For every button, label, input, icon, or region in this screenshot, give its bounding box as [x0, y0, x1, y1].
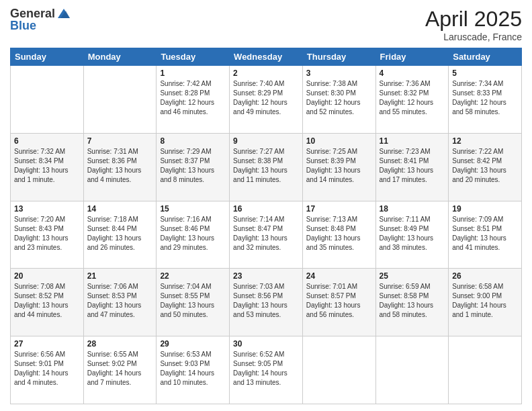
calendar-day-cell: 26Sunrise: 6:58 AM Sunset: 9:00 PM Dayli…	[449, 269, 522, 336]
calendar-header-row: Sunday Monday Tuesday Wednesday Thursday…	[11, 48, 522, 66]
day-number: 18	[380, 204, 445, 214]
calendar-day-cell: 28Sunrise: 6:55 AM Sunset: 9:02 PM Dayli…	[83, 336, 157, 404]
calendar-day-cell: 9Sunrise: 7:27 AM Sunset: 8:38 PM Daylig…	[230, 133, 303, 201]
calendar-day-cell: 25Sunrise: 6:59 AM Sunset: 8:58 PM Dayli…	[375, 269, 449, 336]
calendar-day-cell: 15Sunrise: 7:16 AM Sunset: 8:46 PM Dayli…	[157, 201, 230, 269]
calendar-day-cell: 11Sunrise: 7:23 AM Sunset: 8:41 PM Dayli…	[375, 133, 449, 201]
day-info: Sunrise: 7:13 AM Sunset: 8:48 PM Dayligh…	[306, 215, 372, 253]
day-info: Sunrise: 6:58 AM Sunset: 9:00 PM Dayligh…	[452, 282, 518, 320]
calendar-week-row: 27Sunrise: 6:56 AM Sunset: 9:01 PM Dayli…	[11, 336, 522, 404]
calendar-day-cell: 13Sunrise: 7:20 AM Sunset: 8:43 PM Dayli…	[11, 201, 84, 269]
day-info: Sunrise: 7:22 AM Sunset: 8:42 PM Dayligh…	[452, 147, 518, 185]
day-number: 6	[14, 136, 80, 146]
day-info: Sunrise: 6:52 AM Sunset: 9:05 PM Dayligh…	[233, 350, 299, 387]
calendar-day-cell: 7Sunrise: 7:31 AM Sunset: 8:36 PM Daylig…	[83, 133, 157, 201]
calendar-day-cell: 30Sunrise: 6:52 AM Sunset: 9:05 PM Dayli…	[230, 336, 303, 404]
logo: General Blue	[10, 7, 71, 33]
calendar-table: Sunday Monday Tuesday Wednesday Thursday…	[10, 48, 522, 404]
day-number: 13	[14, 204, 80, 214]
calendar-week-row: 6Sunrise: 7:32 AM Sunset: 8:34 PM Daylig…	[11, 133, 522, 201]
calendar-day-cell: 29Sunrise: 6:53 AM Sunset: 9:03 PM Dayli…	[157, 336, 230, 404]
day-number: 27	[14, 339, 80, 349]
calendar-day-cell: 5Sunrise: 7:34 AM Sunset: 8:33 PM Daylig…	[449, 66, 522, 134]
day-number: 12	[452, 136, 518, 146]
day-info: Sunrise: 7:38 AM Sunset: 8:30 PM Dayligh…	[306, 79, 372, 117]
page: General Blue April 2025 Laruscade, Franc…	[0, 0, 532, 411]
calendar-day-cell: 22Sunrise: 7:04 AM Sunset: 8:55 PM Dayli…	[157, 269, 230, 336]
col-sunday: Sunday	[11, 48, 84, 66]
calendar-day-cell: 10Sunrise: 7:25 AM Sunset: 8:39 PM Dayli…	[302, 133, 375, 201]
day-info: Sunrise: 7:32 AM Sunset: 8:34 PM Dayligh…	[14, 147, 80, 185]
col-tuesday: Tuesday	[157, 48, 230, 66]
day-number: 15	[160, 204, 226, 214]
day-info: Sunrise: 7:03 AM Sunset: 8:56 PM Dayligh…	[233, 282, 299, 320]
day-info: Sunrise: 7:23 AM Sunset: 8:41 PM Dayligh…	[380, 147, 445, 185]
calendar-day-cell: 12Sunrise: 7:22 AM Sunset: 8:42 PM Dayli…	[449, 133, 522, 201]
day-number: 23	[233, 271, 299, 281]
month-title: April 2025	[425, 7, 522, 32]
calendar-day-cell: 21Sunrise: 7:06 AM Sunset: 8:53 PM Dayli…	[83, 269, 157, 336]
location: Laruscade, France	[425, 32, 522, 42]
calendar-day-cell: 19Sunrise: 7:09 AM Sunset: 8:51 PM Dayli…	[449, 201, 522, 269]
day-info: Sunrise: 6:55 AM Sunset: 9:02 PM Dayligh…	[87, 350, 153, 387]
logo-blue-text: Blue	[10, 19, 71, 33]
calendar-day-cell: 2Sunrise: 7:40 AM Sunset: 8:29 PM Daylig…	[230, 66, 303, 134]
calendar-week-row: 13Sunrise: 7:20 AM Sunset: 8:43 PM Dayli…	[11, 201, 522, 269]
calendar-day-cell	[83, 66, 157, 134]
day-info: Sunrise: 7:11 AM Sunset: 8:49 PM Dayligh…	[380, 215, 445, 253]
day-info: Sunrise: 7:25 AM Sunset: 8:39 PM Dayligh…	[306, 147, 372, 185]
day-number: 1	[160, 68, 226, 78]
day-number: 24	[306, 271, 372, 281]
calendar-day-cell: 23Sunrise: 7:03 AM Sunset: 8:56 PM Dayli…	[230, 269, 303, 336]
day-number: 4	[380, 68, 445, 78]
day-number: 16	[233, 204, 299, 214]
day-info: Sunrise: 7:08 AM Sunset: 8:52 PM Dayligh…	[14, 282, 80, 320]
calendar-day-cell: 8Sunrise: 7:29 AM Sunset: 8:37 PM Daylig…	[157, 133, 230, 201]
day-info: Sunrise: 6:53 AM Sunset: 9:03 PM Dayligh…	[160, 350, 226, 387]
day-info: Sunrise: 7:04 AM Sunset: 8:55 PM Dayligh…	[160, 282, 226, 320]
day-number: 19	[452, 204, 518, 214]
logo-icon	[56, 7, 71, 19]
day-number: 30	[233, 339, 299, 349]
day-info: Sunrise: 7:06 AM Sunset: 8:53 PM Dayligh…	[87, 282, 153, 320]
day-number: 5	[452, 68, 518, 78]
day-info: Sunrise: 7:20 AM Sunset: 8:43 PM Dayligh…	[14, 215, 80, 253]
calendar-day-cell: 14Sunrise: 7:18 AM Sunset: 8:44 PM Dayli…	[83, 201, 157, 269]
calendar-week-row: 20Sunrise: 7:08 AM Sunset: 8:52 PM Dayli…	[11, 269, 522, 336]
day-info: Sunrise: 6:59 AM Sunset: 8:58 PM Dayligh…	[380, 282, 445, 320]
col-friday: Friday	[375, 48, 449, 66]
calendar-day-cell: 27Sunrise: 6:56 AM Sunset: 9:01 PM Dayli…	[11, 336, 84, 404]
day-info: Sunrise: 7:14 AM Sunset: 8:47 PM Dayligh…	[233, 215, 299, 253]
calendar-day-cell: 6Sunrise: 7:32 AM Sunset: 8:34 PM Daylig…	[11, 133, 84, 201]
day-number: 28	[87, 339, 153, 349]
calendar-day-cell	[449, 336, 522, 404]
col-saturday: Saturday	[449, 48, 522, 66]
day-info: Sunrise: 7:18 AM Sunset: 8:44 PM Dayligh…	[87, 215, 153, 253]
calendar-day-cell: 16Sunrise: 7:14 AM Sunset: 8:47 PM Dayli…	[230, 201, 303, 269]
day-number: 10	[306, 136, 372, 146]
header: General Blue April 2025 Laruscade, Franc…	[10, 7, 522, 42]
calendar-week-row: 1Sunrise: 7:42 AM Sunset: 8:28 PM Daylig…	[11, 66, 522, 134]
day-info: Sunrise: 7:27 AM Sunset: 8:38 PM Dayligh…	[233, 147, 299, 185]
day-number: 2	[233, 68, 299, 78]
calendar-day-cell: 24Sunrise: 7:01 AM Sunset: 8:57 PM Dayli…	[302, 269, 375, 336]
calendar-day-cell	[11, 66, 84, 134]
day-info: Sunrise: 7:40 AM Sunset: 8:29 PM Dayligh…	[233, 79, 299, 117]
day-number: 7	[87, 136, 153, 146]
calendar-day-cell	[375, 336, 449, 404]
title-block: April 2025 Laruscade, France	[425, 7, 522, 42]
day-info: Sunrise: 7:31 AM Sunset: 8:36 PM Dayligh…	[87, 147, 153, 185]
col-thursday: Thursday	[302, 48, 375, 66]
day-number: 20	[14, 271, 80, 281]
day-info: Sunrise: 7:36 AM Sunset: 8:32 PM Dayligh…	[380, 79, 445, 117]
calendar-day-cell: 3Sunrise: 7:38 AM Sunset: 8:30 PM Daylig…	[302, 66, 375, 134]
day-number: 8	[160, 136, 226, 146]
calendar-day-cell: 17Sunrise: 7:13 AM Sunset: 8:48 PM Dayli…	[302, 201, 375, 269]
day-info: Sunrise: 7:29 AM Sunset: 8:37 PM Dayligh…	[160, 147, 226, 185]
day-number: 22	[160, 271, 226, 281]
day-number: 21	[87, 271, 153, 281]
day-number: 17	[306, 204, 372, 214]
day-number: 11	[380, 136, 445, 146]
day-number: 29	[160, 339, 226, 349]
day-number: 3	[306, 68, 372, 78]
